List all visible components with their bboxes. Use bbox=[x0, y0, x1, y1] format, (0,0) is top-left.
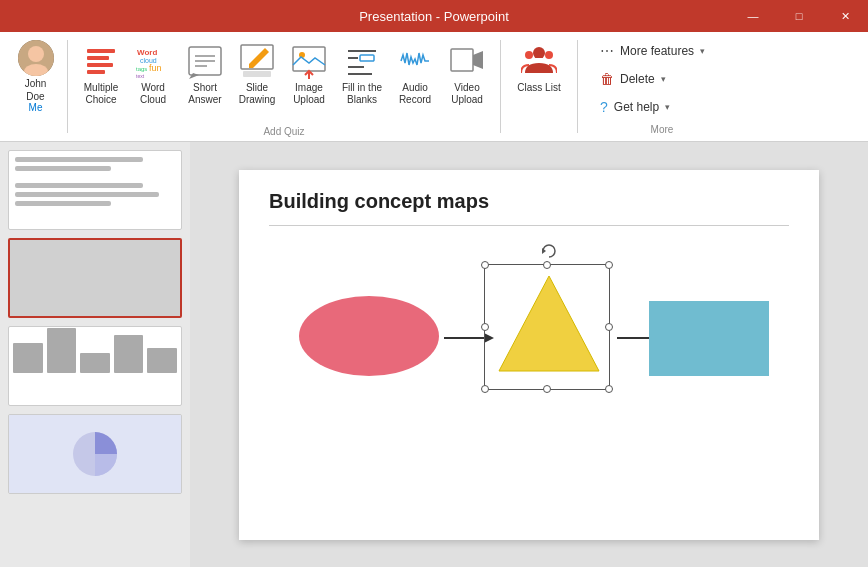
audio-record-icon bbox=[396, 42, 434, 80]
title-bar: Presentation - Powerpoint — □ ✕ bbox=[0, 0, 868, 32]
multiple-choice-label: MultipleChoice bbox=[84, 82, 118, 106]
thumb-line-2 bbox=[15, 166, 111, 171]
class-list-icon bbox=[520, 42, 558, 80]
image-upload-button[interactable]: ImageUpload bbox=[284, 38, 334, 110]
slide-thumb-4[interactable] bbox=[8, 414, 182, 494]
handle-tl[interactable] bbox=[481, 261, 489, 269]
avatar-icon bbox=[18, 40, 54, 76]
main-area: Building concept maps bbox=[0, 142, 868, 567]
concept-map bbox=[269, 246, 789, 506]
slide-drawing-button[interactable]: SlideDrawing bbox=[232, 38, 282, 110]
maximize-button[interactable]: □ bbox=[776, 0, 822, 32]
help-icon: ? bbox=[600, 99, 608, 115]
audio-record-label: AudioRecord bbox=[399, 82, 431, 106]
slide-title: Building concept maps bbox=[269, 190, 789, 226]
delete-button[interactable]: 🗑 Delete ▾ bbox=[594, 68, 730, 90]
more-section: ⋯ More features ▾ 🗑 Delete ▾ ? Get help … bbox=[582, 32, 742, 141]
class-list-button[interactable]: Class List bbox=[509, 38, 569, 98]
ribbon-divider-3 bbox=[577, 40, 578, 133]
audio-record-button[interactable]: AudioRecord bbox=[390, 38, 440, 110]
svg-point-1 bbox=[28, 46, 44, 62]
bar-5 bbox=[147, 348, 177, 373]
help-chevron: ▾ bbox=[665, 102, 670, 112]
triangle-svg bbox=[489, 266, 609, 386]
quiz-items: MultipleChoice Word cloud tags fun text … bbox=[76, 38, 492, 110]
svg-text:tags: tags bbox=[136, 66, 147, 72]
fill-blanks-label: Fill in theBlanks bbox=[342, 82, 382, 106]
close-button[interactable]: ✕ bbox=[822, 0, 868, 32]
delete-label: Delete bbox=[620, 72, 655, 86]
window-controls: — □ ✕ bbox=[730, 0, 868, 32]
rect-shape[interactable] bbox=[649, 301, 769, 376]
bar-4 bbox=[114, 335, 144, 373]
svg-text:Word: Word bbox=[137, 48, 157, 57]
minimize-button[interactable]: — bbox=[730, 0, 776, 32]
more-bottom-label: More bbox=[594, 124, 730, 139]
slide-drawing-icon bbox=[238, 42, 276, 80]
word-cloud-label: WordCloud bbox=[140, 82, 166, 106]
triangle-shape[interactable] bbox=[489, 266, 609, 386]
svg-rect-6 bbox=[87, 70, 105, 74]
svg-rect-14 bbox=[243, 71, 271, 77]
video-upload-button[interactable]: VideoUpload bbox=[442, 38, 492, 110]
slide-drawing-label: SlideDrawing bbox=[239, 82, 276, 106]
window-title: Presentation - Powerpoint bbox=[359, 9, 509, 24]
slide-1-content bbox=[9, 151, 181, 229]
handle-bl[interactable] bbox=[481, 385, 489, 393]
slide-thumb-3[interactable] bbox=[8, 326, 182, 406]
handle-ml[interactable] bbox=[481, 323, 489, 331]
pie-chart-icon bbox=[68, 427, 123, 482]
slide-3-bars bbox=[9, 327, 181, 377]
user-firstname: John bbox=[25, 78, 47, 89]
ar-svg-icon bbox=[397, 43, 433, 79]
thumb-line-3 bbox=[15, 183, 143, 188]
user-me-link[interactable]: Me bbox=[29, 102, 43, 113]
svg-rect-3 bbox=[87, 49, 115, 53]
slide-2-blank bbox=[10, 240, 180, 316]
slide-thumb-1[interactable] bbox=[8, 150, 182, 230]
rotate-icon bbox=[541, 243, 557, 259]
thumb-line-5 bbox=[15, 201, 111, 206]
user-lastname: Doe bbox=[26, 91, 44, 102]
image-upload-label: ImageUpload bbox=[293, 82, 325, 106]
multiple-choice-icon bbox=[82, 42, 120, 80]
more-features-button[interactable]: ⋯ More features ▾ bbox=[594, 40, 730, 62]
avatar[interactable] bbox=[18, 40, 54, 76]
svg-rect-4 bbox=[87, 56, 109, 60]
slide-thumb-2[interactable] bbox=[8, 238, 182, 318]
ribbon-divider-2 bbox=[500, 40, 501, 133]
more-features-chevron: ▾ bbox=[700, 46, 705, 56]
ellipse-shape[interactable] bbox=[299, 296, 439, 376]
svg-rect-17 bbox=[360, 55, 374, 61]
thumb-line-4 bbox=[15, 192, 159, 197]
video-upload-label: VideoUpload bbox=[451, 82, 483, 106]
short-answer-icon bbox=[186, 42, 224, 80]
ribbon-divider-1 bbox=[67, 40, 68, 133]
svg-rect-5 bbox=[87, 63, 113, 67]
vu-svg-icon bbox=[449, 43, 485, 79]
svg-rect-18 bbox=[451, 49, 473, 71]
fill-blanks-icon bbox=[343, 42, 381, 80]
word-cloud-button[interactable]: Word cloud tags fun text WordCloud bbox=[128, 38, 178, 110]
bar-1 bbox=[13, 343, 43, 373]
svg-text:fun: fun bbox=[149, 63, 162, 73]
cl-svg-icon bbox=[521, 43, 557, 79]
rotate-handle[interactable] bbox=[541, 243, 553, 255]
delete-chevron: ▾ bbox=[661, 74, 666, 84]
more-features-label: More features bbox=[620, 44, 694, 58]
slide-canvas[interactable]: Building concept maps bbox=[239, 170, 819, 540]
iu-svg-icon bbox=[291, 43, 327, 79]
slide-4-pie bbox=[9, 415, 181, 493]
wc-svg-icon: Word cloud tags fun text bbox=[135, 43, 171, 79]
sa-svg-icon bbox=[187, 43, 223, 79]
fill-blanks-button[interactable]: Fill in theBlanks bbox=[336, 38, 388, 110]
canvas-area: Building concept maps bbox=[190, 142, 868, 567]
svg-text:text: text bbox=[136, 73, 145, 79]
multiple-choice-button[interactable]: MultipleChoice bbox=[76, 38, 126, 110]
get-help-button[interactable]: ? Get help ▾ bbox=[594, 96, 730, 118]
svg-rect-15 bbox=[293, 47, 325, 71]
short-answer-button[interactable]: ShortAnswer bbox=[180, 38, 230, 110]
class-list-label: Class List bbox=[517, 82, 560, 94]
svg-marker-27 bbox=[499, 276, 599, 371]
user-section: John Doe Me bbox=[8, 32, 63, 141]
